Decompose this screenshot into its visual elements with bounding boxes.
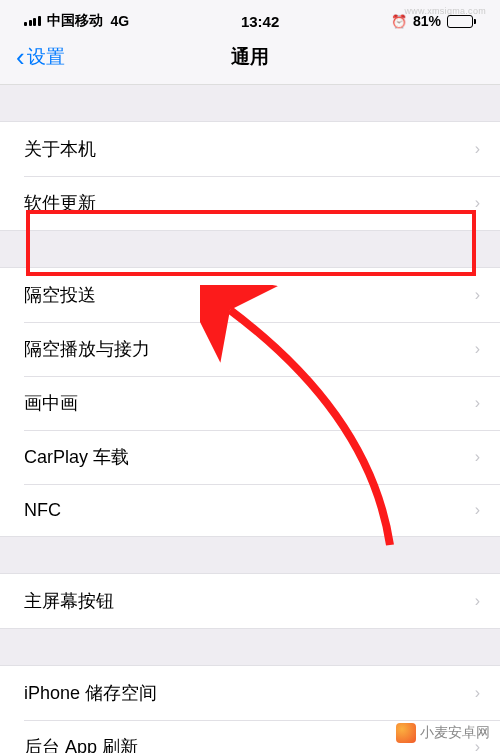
chevron-right-icon: ›: [475, 394, 480, 412]
back-button[interactable]: ‹ 设置: [16, 44, 65, 70]
site-url: www.xmsigma.com: [404, 6, 486, 16]
row-about[interactable]: 关于本机 ›: [0, 122, 500, 176]
status-left: 中国移动 4G: [24, 12, 129, 30]
content: 关于本机 › 软件更新 › 隔空投送 › 隔空播放与接力 › 画中画 ›: [0, 85, 500, 753]
row-label: NFC: [24, 500, 61, 521]
chevron-right-icon: ›: [475, 194, 480, 212]
nav-bar: ‹ 设置 通用: [0, 36, 500, 85]
phone-frame: www.xmsigma.com 中国移动 4G 13:42 ⏰ 81% ‹ 设置…: [0, 0, 500, 753]
row-label: 隔空播放与接力: [24, 337, 150, 361]
section-separator: [0, 231, 500, 267]
section-separator: [0, 537, 500, 573]
row-nfc[interactable]: NFC ›: [0, 484, 500, 536]
clock: 13:42: [241, 13, 279, 30]
row-label: 隔空投送: [24, 283, 96, 307]
chevron-right-icon: ›: [475, 448, 480, 466]
list-group-1: 关于本机 › 软件更新 ›: [0, 121, 500, 231]
section-separator: [0, 85, 500, 121]
section-separator: [0, 629, 500, 665]
row-airplay-handoff[interactable]: 隔空播放与接力 ›: [0, 322, 500, 376]
row-label: CarPlay 车载: [24, 445, 129, 469]
row-pip[interactable]: 画中画 ›: [0, 376, 500, 430]
chevron-right-icon: ›: [475, 140, 480, 158]
row-airdrop[interactable]: 隔空投送 ›: [0, 268, 500, 322]
chevron-right-icon: ›: [475, 286, 480, 304]
watermark: 小麦安卓网: [396, 723, 490, 743]
row-label: 关于本机: [24, 137, 96, 161]
row-label: iPhone 储存空间: [24, 681, 157, 705]
row-home-button[interactable]: 主屏幕按钮 ›: [0, 574, 500, 628]
row-iphone-storage[interactable]: iPhone 储存空间 ›: [0, 666, 500, 720]
chevron-left-icon: ‹: [16, 44, 25, 70]
chevron-right-icon: ›: [475, 501, 480, 519]
chevron-right-icon: ›: [475, 592, 480, 610]
back-label: 设置: [27, 44, 65, 70]
page-title: 通用: [231, 44, 269, 70]
row-label: 主屏幕按钮: [24, 589, 114, 613]
battery-icon: [447, 15, 476, 28]
list-group-3: 主屏幕按钮 ›: [0, 573, 500, 629]
watermark-text: 小麦安卓网: [420, 724, 490, 742]
row-carplay[interactable]: CarPlay 车载 ›: [0, 430, 500, 484]
row-label: 后台 App 刷新: [24, 735, 138, 753]
row-label: 画中画: [24, 391, 78, 415]
watermark-logo-icon: [396, 723, 416, 743]
signal-icon: [24, 16, 41, 26]
chevron-right-icon: ›: [475, 340, 480, 358]
chevron-right-icon: ›: [475, 684, 480, 702]
carrier-label: 中国移动: [47, 12, 103, 30]
row-label: 软件更新: [24, 191, 96, 215]
network-label: 4G: [111, 13, 130, 29]
row-software-update[interactable]: 软件更新 ›: [0, 176, 500, 230]
list-group-2: 隔空投送 › 隔空播放与接力 › 画中画 › CarPlay 车载 › NFC …: [0, 267, 500, 537]
